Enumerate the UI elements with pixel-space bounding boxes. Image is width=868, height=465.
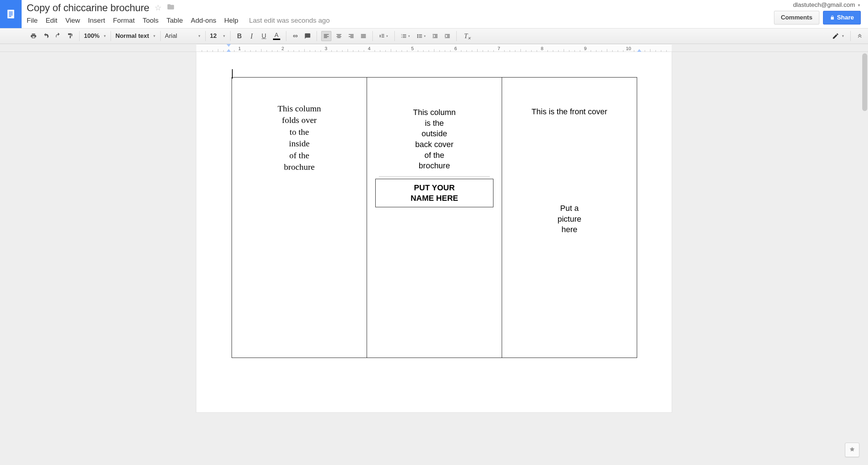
page[interactable]: This columnfolds overto theinsideof theb… xyxy=(196,52,672,412)
editing-mode-button[interactable]: ▼ xyxy=(832,32,845,40)
title-area: Copy of chiccarine brochure ☆ File Edit … xyxy=(22,0,868,25)
svg-rect-2 xyxy=(9,13,13,14)
numbered-list-button[interactable]: ▼ xyxy=(399,31,412,41)
align-left-icon xyxy=(323,33,330,39)
print-button[interactable] xyxy=(29,31,38,41)
col2-text[interactable]: This columnis theoutsideback coverof the… xyxy=(413,107,456,171)
share-button[interactable]: Share xyxy=(823,11,861,25)
text-line[interactable]: folds over xyxy=(282,114,317,126)
col1-text[interactable]: This columnfolds overto theinsideof theb… xyxy=(278,103,321,173)
account-email: dlastutech@gmail.com xyxy=(793,1,855,9)
text-line[interactable]: here xyxy=(561,224,577,235)
document-title[interactable]: Copy of chiccarine brochure xyxy=(27,2,149,14)
chevron-down-icon: ▼ xyxy=(198,34,201,38)
table-cell-col1[interactable]: This columnfolds overto theinsideof theb… xyxy=(232,78,367,358)
comment-icon xyxy=(304,33,311,39)
menu-edit[interactable]: Edit xyxy=(46,17,58,25)
line-spacing-icon xyxy=(379,33,385,39)
text-line[interactable]: PUT YOUR xyxy=(414,183,455,193)
menu-format[interactable]: Format xyxy=(113,17,135,25)
undo-button[interactable] xyxy=(41,31,50,41)
col3-picture-placeholder[interactable]: Put apicturehere xyxy=(558,203,581,235)
font-select[interactable]: Arial ▼ xyxy=(161,31,205,41)
text-line[interactable]: NAME HERE xyxy=(411,193,458,204)
ruler-number: 8 xyxy=(541,46,543,51)
text-line[interactable]: of the xyxy=(289,150,309,161)
menubar: File Edit View Insert Format Tools Table… xyxy=(27,17,864,25)
hide-menus-button[interactable] xyxy=(856,32,863,40)
text-line[interactable]: to the xyxy=(290,126,309,138)
menu-help[interactable]: Help xyxy=(224,17,238,25)
ruler-number: 4 xyxy=(368,46,370,51)
share-button-label: Share xyxy=(837,14,854,21)
chevron-down-icon: ▼ xyxy=(223,34,226,38)
clear-formatting-button[interactable]: T✕ xyxy=(461,31,470,41)
chevron-down-icon: ▼ xyxy=(841,34,845,38)
line-spacing-button[interactable]: ▼ xyxy=(377,31,390,41)
text-line[interactable]: of the xyxy=(424,150,444,161)
docs-app-icon[interactable] xyxy=(0,0,22,28)
align-justify-button[interactable] xyxy=(359,31,368,41)
text-line[interactable]: This column xyxy=(278,103,321,114)
svg-rect-3 xyxy=(9,14,13,15)
menu-tools[interactable]: Tools xyxy=(143,17,158,25)
document-canvas[interactable]: This columnfolds overto theinsideof theb… xyxy=(0,52,868,465)
menu-view[interactable]: View xyxy=(65,17,80,25)
left-indent-marker[interactable] xyxy=(227,49,231,52)
explore-button[interactable] xyxy=(845,443,859,457)
text-line[interactable]: back cover xyxy=(415,139,453,150)
ruler[interactable]: 12345678910 xyxy=(0,44,868,52)
ruler-number: 5 xyxy=(411,46,413,51)
name-box[interactable]: PUT YOURNAME HERE xyxy=(375,179,493,207)
text-line[interactable]: inside xyxy=(289,138,309,149)
text-line[interactable]: is the xyxy=(425,118,444,129)
account-menu[interactable]: dlastutech@gmail.com ▼ xyxy=(793,1,861,9)
table-cell-col2[interactable]: This columnis theoutsideback coverof the… xyxy=(367,78,502,358)
paragraph-style-select[interactable]: Normal text ▼ xyxy=(112,31,159,41)
redo-button[interactable] xyxy=(53,31,63,41)
insert-comment-button[interactable] xyxy=(303,31,312,41)
italic-button[interactable]: I xyxy=(247,31,256,41)
comments-button[interactable]: Comments xyxy=(774,11,819,25)
table-cell-col3[interactable]: This is the front cover Put apicturehere xyxy=(502,78,637,358)
zoom-select[interactable]: 100% ▼ xyxy=(80,31,110,41)
paint-format-button[interactable] xyxy=(66,31,75,41)
right-indent-marker[interactable] xyxy=(637,49,641,52)
text-color-button[interactable]: A xyxy=(272,31,282,41)
lock-icon xyxy=(830,15,835,20)
text-line[interactable]: brochure xyxy=(419,160,450,171)
bulleted-list-button[interactable]: ▼ xyxy=(415,31,428,41)
vertical-scrollbar[interactable] xyxy=(862,53,867,111)
text-line[interactable]: Put a xyxy=(560,203,578,214)
move-to-folder-icon[interactable] xyxy=(167,3,175,13)
menu-table[interactable]: Table xyxy=(166,17,183,25)
align-left-button[interactable] xyxy=(321,31,331,41)
ruler-number: 9 xyxy=(584,46,586,51)
menu-file[interactable]: File xyxy=(27,17,38,25)
insert-link-button[interactable] xyxy=(291,31,300,41)
bulleted-list-icon xyxy=(416,33,423,39)
text-line[interactable]: This column xyxy=(413,107,456,118)
last-edit-text[interactable]: Last edit was seconds ago xyxy=(249,17,330,25)
align-right-icon xyxy=(348,33,354,39)
col3-title[interactable]: This is the front cover xyxy=(532,107,607,116)
pencil-icon xyxy=(832,32,839,40)
svg-rect-0 xyxy=(8,10,14,18)
increase-indent-button[interactable] xyxy=(443,31,452,41)
menu-insert[interactable]: Insert xyxy=(88,17,105,25)
font-size-select[interactable]: 12 ▼ xyxy=(206,31,229,41)
decrease-indent-button[interactable] xyxy=(430,31,440,41)
text-line[interactable]: picture xyxy=(558,214,581,225)
star-icon[interactable]: ☆ xyxy=(155,3,162,13)
underline-button[interactable]: U xyxy=(259,31,269,41)
text-line[interactable]: outside xyxy=(422,128,447,139)
brochure-table[interactable]: This columnfolds overto theinsideof theb… xyxy=(232,77,637,358)
font-value: Arial xyxy=(165,32,177,40)
svg-point-6 xyxy=(417,36,418,37)
menu-addons[interactable]: Add-ons xyxy=(191,17,216,25)
align-center-button[interactable] xyxy=(334,31,344,41)
align-right-button[interactable] xyxy=(346,31,356,41)
bold-button[interactable]: B xyxy=(235,31,244,41)
text-line[interactable]: brochure xyxy=(284,161,314,173)
first-line-indent-marker[interactable] xyxy=(227,44,231,47)
